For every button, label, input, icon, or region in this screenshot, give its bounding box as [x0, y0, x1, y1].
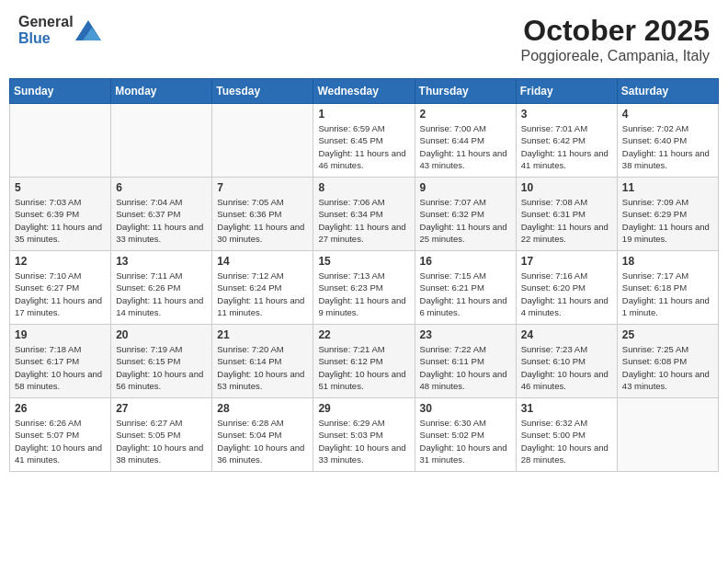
- day-info: Sunrise: 7:11 AM Sunset: 6:26 PM Dayligh…: [116, 270, 207, 318]
- day-info: Sunrise: 6:29 AM Sunset: 5:03 PM Dayligh…: [318, 417, 409, 465]
- day-info: Sunrise: 7:18 AM Sunset: 6:17 PM Dayligh…: [15, 343, 106, 392]
- day-number: 13: [116, 255, 207, 268]
- day-info: Sunrise: 7:06 AM Sunset: 6:34 PM Dayligh…: [318, 196, 409, 245]
- calendar-cell: 12Sunrise: 7:10 AM Sunset: 6:27 PM Dayli…: [10, 251, 111, 325]
- calendar-cell: 17Sunrise: 7:16 AM Sunset: 6:20 PM Dayli…: [516, 251, 617, 325]
- day-info: Sunrise: 7:09 AM Sunset: 6:29 PM Dayligh…: [622, 196, 713, 245]
- calendar-cell: 14Sunrise: 7:12 AM Sunset: 6:24 PM Dayli…: [212, 251, 313, 325]
- day-number: 21: [217, 328, 308, 341]
- calendar-cell: 24Sunrise: 7:23 AM Sunset: 6:10 PM Dayli…: [516, 325, 617, 398]
- day-number: 28: [217, 402, 308, 415]
- day-number: 29: [318, 402, 409, 415]
- day-number: 5: [15, 181, 106, 194]
- day-number: 12: [15, 255, 106, 268]
- calendar-body: 1Sunrise: 6:59 AM Sunset: 6:45 PM Daylig…: [10, 104, 719, 472]
- day-info: Sunrise: 7:01 AM Sunset: 6:42 PM Dayligh…: [521, 122, 612, 171]
- day-info: Sunrise: 6:28 AM Sunset: 5:04 PM Dayligh…: [217, 417, 308, 465]
- day-number: 10: [521, 181, 612, 194]
- day-number: 23: [420, 328, 511, 341]
- title-area: October 2025 Poggioreale, Campania, Ital…: [521, 14, 710, 64]
- calendar-cell: 31Sunrise: 6:32 AM Sunset: 5:00 PM Dayli…: [516, 398, 617, 472]
- header: General Blue October 2025 Poggioreale, C…: [9, 9, 719, 69]
- calendar-cell: 15Sunrise: 7:13 AM Sunset: 6:23 PM Dayli…: [313, 251, 415, 325]
- calendar-cell: 11Sunrise: 7:09 AM Sunset: 6:29 PM Dayli…: [617, 178, 718, 251]
- day-info: Sunrise: 7:20 AM Sunset: 6:14 PM Dayligh…: [217, 343, 308, 392]
- calendar-cell: [212, 104, 313, 178]
- day-info: Sunrise: 6:32 AM Sunset: 5:00 PM Dayligh…: [521, 417, 612, 465]
- header-day-sunday: Sunday: [10, 79, 111, 104]
- header-day-thursday: Thursday: [415, 79, 516, 104]
- day-info: Sunrise: 6:27 AM Sunset: 5:05 PM Dayligh…: [116, 417, 207, 465]
- day-info: Sunrise: 7:07 AM Sunset: 6:32 PM Dayligh…: [420, 196, 511, 245]
- day-info: Sunrise: 7:23 AM Sunset: 6:10 PM Dayligh…: [521, 343, 612, 392]
- day-number: 1: [318, 108, 409, 121]
- week-row-1: 1Sunrise: 6:59 AM Sunset: 6:45 PM Daylig…: [10, 104, 719, 178]
- calendar-cell: 7Sunrise: 7:05 AM Sunset: 6:36 PM Daylig…: [212, 178, 313, 251]
- day-number: 9: [420, 181, 511, 194]
- calendar-cell: 26Sunrise: 6:26 AM Sunset: 5:07 PM Dayli…: [10, 398, 111, 472]
- location-title: Poggioreale, Campania, Italy: [521, 48, 710, 64]
- day-info: Sunrise: 7:10 AM Sunset: 6:27 PM Dayligh…: [15, 270, 106, 318]
- calendar-cell: [617, 398, 718, 472]
- day-number: 8: [318, 181, 409, 194]
- calendar-header: SundayMondayTuesdayWednesdayThursdayFrid…: [10, 79, 719, 104]
- calendar-cell: 25Sunrise: 7:25 AM Sunset: 6:08 PM Dayli…: [617, 325, 718, 398]
- day-info: Sunrise: 7:02 AM Sunset: 6:40 PM Dayligh…: [622, 122, 713, 171]
- calendar-cell: 8Sunrise: 7:06 AM Sunset: 6:34 PM Daylig…: [313, 178, 415, 251]
- day-info: Sunrise: 7:00 AM Sunset: 6:44 PM Dayligh…: [420, 122, 511, 171]
- day-number: 26: [15, 402, 106, 415]
- logo-blue-text: Blue: [18, 30, 51, 46]
- day-info: Sunrise: 6:30 AM Sunset: 5:02 PM Dayligh…: [420, 417, 511, 465]
- day-number: 25: [622, 328, 713, 341]
- calendar-cell: 3Sunrise: 7:01 AM Sunset: 6:42 PM Daylig…: [516, 104, 617, 178]
- calendar-cell: 23Sunrise: 7:22 AM Sunset: 6:11 PM Dayli…: [415, 325, 516, 398]
- day-info: Sunrise: 7:12 AM Sunset: 6:24 PM Dayligh…: [217, 270, 308, 318]
- day-info: Sunrise: 7:22 AM Sunset: 6:11 PM Dayligh…: [420, 343, 511, 392]
- calendar-cell: 6Sunrise: 7:04 AM Sunset: 6:37 PM Daylig…: [111, 178, 212, 251]
- day-number: 31: [521, 402, 612, 415]
- calendar-cell: 13Sunrise: 7:11 AM Sunset: 6:26 PM Dayli…: [111, 251, 212, 325]
- calendar-cell: 21Sunrise: 7:20 AM Sunset: 6:14 PM Dayli…: [212, 325, 313, 398]
- calendar-cell: [111, 104, 212, 178]
- day-info: Sunrise: 7:08 AM Sunset: 6:31 PM Dayligh…: [521, 196, 612, 245]
- day-number: 6: [116, 181, 207, 194]
- calendar-cell: 10Sunrise: 7:08 AM Sunset: 6:31 PM Dayli…: [516, 178, 617, 251]
- logo-icon: [75, 20, 101, 40]
- header-day-saturday: Saturday: [617, 79, 718, 104]
- month-title: October 2025: [521, 14, 710, 48]
- day-info: Sunrise: 7:17 AM Sunset: 6:18 PM Dayligh…: [622, 270, 713, 318]
- day-info: Sunrise: 7:16 AM Sunset: 6:20 PM Dayligh…: [521, 270, 612, 318]
- calendar-cell: 1Sunrise: 6:59 AM Sunset: 6:45 PM Daylig…: [313, 104, 415, 178]
- day-number: 27: [116, 402, 207, 415]
- day-number: 22: [318, 328, 409, 341]
- calendar-cell: 30Sunrise: 6:30 AM Sunset: 5:02 PM Dayli…: [415, 398, 516, 472]
- day-info: Sunrise: 7:25 AM Sunset: 6:08 PM Dayligh…: [622, 343, 713, 392]
- calendar-cell: 19Sunrise: 7:18 AM Sunset: 6:17 PM Dayli…: [10, 325, 111, 398]
- day-info: Sunrise: 7:04 AM Sunset: 6:37 PM Dayligh…: [116, 196, 207, 245]
- day-number: 20: [116, 328, 207, 341]
- calendar-cell: 28Sunrise: 6:28 AM Sunset: 5:04 PM Dayli…: [212, 398, 313, 472]
- day-info: Sunrise: 6:26 AM Sunset: 5:07 PM Dayligh…: [15, 417, 106, 465]
- day-number: 17: [521, 255, 612, 268]
- calendar-cell: 20Sunrise: 7:19 AM Sunset: 6:15 PM Dayli…: [111, 325, 212, 398]
- day-number: 24: [521, 328, 612, 341]
- day-number: 16: [420, 255, 511, 268]
- day-number: 30: [420, 402, 511, 415]
- day-number: 14: [217, 255, 308, 268]
- day-number: 3: [521, 108, 612, 121]
- calendar-cell: 18Sunrise: 7:17 AM Sunset: 6:18 PM Dayli…: [617, 251, 718, 325]
- logo-general-text: General: [18, 14, 74, 29]
- calendar-cell: 2Sunrise: 7:00 AM Sunset: 6:44 PM Daylig…: [415, 104, 516, 178]
- calendar-cell: 22Sunrise: 7:21 AM Sunset: 6:12 PM Dayli…: [313, 325, 415, 398]
- day-info: Sunrise: 7:21 AM Sunset: 6:12 PM Dayligh…: [318, 343, 409, 392]
- calendar-cell: 27Sunrise: 6:27 AM Sunset: 5:05 PM Dayli…: [111, 398, 212, 472]
- calendar-cell: [10, 104, 111, 178]
- day-info: Sunrise: 7:03 AM Sunset: 6:39 PM Dayligh…: [15, 196, 106, 245]
- day-number: 18: [622, 255, 713, 268]
- week-row-3: 12Sunrise: 7:10 AM Sunset: 6:27 PM Dayli…: [10, 251, 719, 325]
- header-day-wednesday: Wednesday: [313, 79, 415, 104]
- day-number: 15: [318, 255, 409, 268]
- day-number: 19: [15, 328, 106, 341]
- day-info: Sunrise: 7:19 AM Sunset: 6:15 PM Dayligh…: [116, 343, 207, 392]
- calendar-table: SundayMondayTuesdayWednesdayThursdayFrid…: [9, 78, 719, 472]
